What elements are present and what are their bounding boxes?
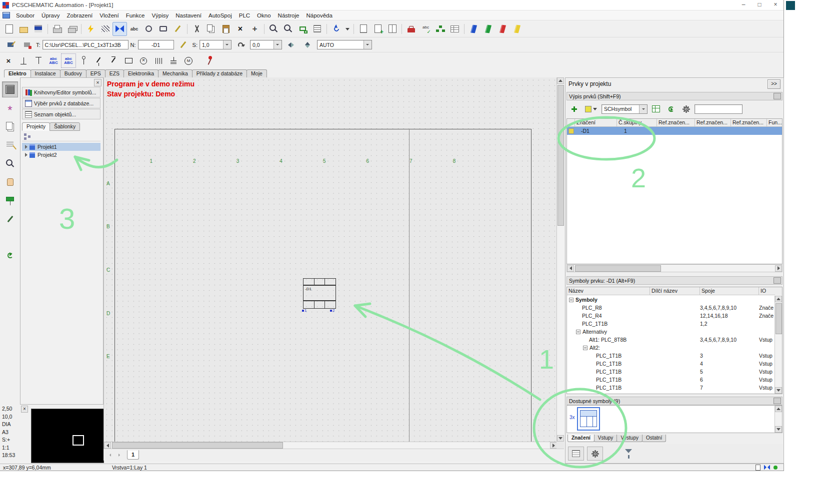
symbol-row[interactable]: Alternativy [567, 328, 775, 336]
category-tab[interactable]: Elektro [4, 69, 31, 77]
area-mode-icon[interactable] [156, 22, 170, 36]
plc-symbol-terminal-row-bottom[interactable] [303, 300, 336, 309]
symbols-vertical-scrollbar[interactable] [774, 296, 782, 394]
maximize-button[interactable]: □ [752, 0, 768, 10]
scroll-up-button[interactable] [557, 77, 564, 84]
mirror-vertical-icon[interactable] [300, 38, 315, 52]
manual-blue-icon[interactable] [466, 22, 481, 36]
canvas-vertical-scrollbar[interactable] [556, 77, 564, 442]
rename-icon[interactable] [176, 38, 190, 52]
page-thumbnail[interactable] [31, 409, 104, 463]
scrollbar-thumb[interactable] [558, 85, 564, 226]
plc-symbol-body[interactable]: -D1 [303, 285, 336, 301]
new-document-icon[interactable] [2, 22, 16, 36]
menu-item[interactable]: Úpravy [38, 12, 63, 18]
menu-item[interactable]: Nápověda [302, 12, 336, 18]
filter-funnel-icon[interactable] [621, 447, 636, 460]
ground-symbol-icon[interactable] [166, 53, 181, 68]
terminal-up-icon[interactable] [16, 53, 31, 68]
angle-dropdown[interactable]: 0,0 [250, 40, 282, 49]
coil-symbol-icon[interactable] [121, 53, 136, 68]
drawing-canvas[interactable]: Program je v demo režimu Stav projektu: … [104, 77, 564, 449]
column-header[interactable]: IO [759, 287, 775, 295]
symbol-filter-tab[interactable]: Značení [568, 435, 594, 442]
menu-item[interactable]: Nastavení [172, 12, 205, 18]
terminal-down-icon[interactable] [31, 53, 46, 68]
column-header[interactable]: Č.skupiny [617, 119, 657, 127]
menu-item[interactable]: Výpisy [148, 12, 172, 18]
symbols-mode-icon[interactable] [112, 22, 127, 36]
save-icon[interactable] [31, 22, 46, 36]
status-color-dropdown-icon[interactable] [582, 103, 600, 115]
page-split-icon[interactable] [385, 22, 400, 36]
previous-page-button[interactable] [106, 451, 114, 459]
refresh-icon[interactable] [2, 247, 18, 263]
close-button[interactable]: × [768, 0, 784, 10]
scroll-down-button[interactable] [775, 387, 782, 394]
scroll-left-button[interactable] [104, 442, 111, 449]
scroll-up-button[interactable] [775, 406, 782, 412]
symbol-row[interactable]: Alt1: PLC_8T8B 3,4,5,6,7,8,9,10 Vstup [567, 336, 775, 344]
menu-item[interactable]: Okno [254, 12, 274, 18]
scroll-right-button[interactable] [775, 265, 782, 272]
component-row-selected[interactable]: -D1 1 [567, 127, 782, 135]
open-document-icon[interactable] [16, 22, 31, 36]
table-view-icon[interactable] [650, 103, 662, 115]
close-icon[interactable]: × [94, 79, 102, 86]
menu-item[interactable]: PLC [236, 12, 254, 18]
net-navigator-icon[interactable] [296, 22, 310, 36]
category-tab[interactable]: Mechanika [158, 69, 192, 77]
scrollbar-thumb[interactable] [112, 442, 283, 449]
category-tab[interactable]: Moje [246, 69, 267, 77]
components-horizontal-scrollbar[interactable] [566, 264, 782, 272]
category-tab[interactable]: Budovy [60, 69, 86, 77]
add-component-icon[interactable] [568, 103, 580, 115]
pin-marker-icon[interactable] [202, 53, 217, 68]
symbol-menu-icon[interactable] [2, 100, 18, 116]
symbol-filter-tab[interactable]: Vstupy [594, 435, 618, 442]
update-symbol-icon[interactable] [20, 38, 34, 52]
collapse-icon[interactable] [583, 346, 588, 350]
symbol-row[interactable]: PLC_1T1B 3 Vstup [567, 352, 775, 360]
dropdown-arrow-icon[interactable] [274, 40, 282, 49]
dropdown-arrow-icon[interactable] [639, 105, 647, 113]
symbol-row[interactable]: PLC_R8 3,4,5,6,7,8,9,10 Znače [567, 304, 775, 312]
settings-gear-icon[interactable] [680, 103, 692, 115]
edit-symbol-icon[interactable] [3, 38, 18, 52]
circle-mode-icon[interactable] [142, 22, 156, 36]
symbol-type-dropdown[interactable]: SCHsymbol [602, 104, 648, 114]
delete-icon[interactable] [233, 22, 248, 36]
find-net-icon[interactable] [281, 22, 296, 36]
collapse-icon[interactable] [576, 330, 580, 334]
pan-icon[interactable] [2, 174, 18, 190]
refresh-list-icon[interactable] [664, 103, 678, 115]
text-mode-icon[interactable] [127, 22, 142, 36]
database-list-icon[interactable] [448, 22, 462, 36]
toolbox-icon[interactable] [404, 22, 418, 36]
panel-tab[interactable]: Projekty [22, 122, 50, 131]
rotate-icon[interactable] [234, 38, 248, 52]
panel-tab[interactable]: Šablonky [50, 122, 80, 131]
mirror-horizontal-icon[interactable] [284, 38, 298, 52]
column-header[interactable]: Spoje [700, 287, 759, 295]
column-header[interactable]: Ref.značen... [695, 119, 731, 127]
color-fill-icon[interactable] [2, 192, 18, 208]
scrollbar-thumb[interactable] [575, 265, 661, 272]
page-data-icon[interactable] [356, 22, 370, 36]
type-field[interactable]: C:\Usr\PCSEL...\PLC_1x3T1x3B [42, 40, 128, 49]
menu-item[interactable]: Zobrazení [64, 12, 96, 18]
symbol-filter-tab[interactable]: Výstupy [616, 435, 642, 442]
filter-input[interactable] [694, 104, 742, 114]
category-tab[interactable]: Elektronika [124, 69, 158, 77]
menu-item[interactable]: Nástroje [274, 12, 303, 18]
project-tree-item[interactable]: Projekt2 [22, 151, 100, 159]
draw-icon[interactable] [2, 211, 18, 227]
grid-view-icon[interactable] [2, 81, 18, 97]
symbol-row[interactable]: PLC_1T1B 5 Vstup [567, 368, 775, 376]
contact-set-icon[interactable] [151, 53, 166, 68]
symbol-row[interactable]: PLC_1T1B 7 Vstup [567, 384, 775, 392]
category-tab[interactable]: EZS [105, 69, 124, 77]
delete-symbol-icon[interactable] [1, 53, 16, 68]
object-list-icon[interactable] [2, 137, 18, 153]
signal-symbol-icon[interactable] [76, 53, 91, 68]
